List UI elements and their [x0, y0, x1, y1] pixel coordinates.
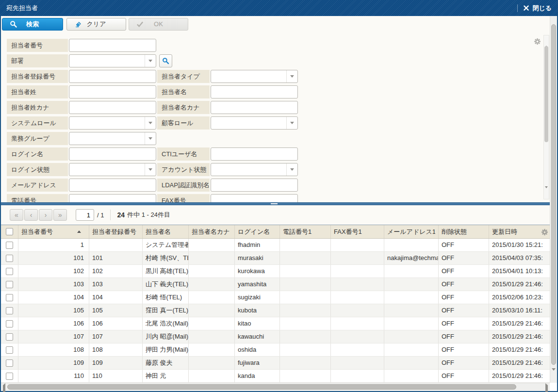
field-label: 業務グループ — [7, 132, 68, 145]
cell-updated: 2015/03/10 16:11: — [489, 304, 550, 317]
form-input[interactable] — [69, 70, 156, 83]
column-header[interactable]: メールアドレス1 — [384, 225, 439, 238]
table-header: 担当者番号担当者登録番号担当者名担当者名カナログイン名電話番号1FAX番号1メー… — [1, 225, 550, 239]
cell-fax — [331, 357, 384, 369]
form-input[interactable] — [211, 85, 298, 98]
cell-login: kawauchi — [235, 330, 280, 343]
form-select[interactable] — [69, 132, 156, 145]
column-header[interactable]: ログイン名 — [235, 225, 280, 238]
form-select[interactable] — [69, 163, 156, 176]
row-checkbox[interactable] — [6, 333, 13, 341]
cell-mail — [384, 357, 439, 369]
ok-button-label: OK — [154, 20, 163, 28]
scroll-left-icon[interactable] — [3, 385, 5, 392]
scroll-right-icon[interactable] — [545, 385, 548, 392]
table-row[interactable]: 110110神田 元kandaOFF2015/01/29 21:46: — [1, 370, 550, 383]
last-page-button[interactable]: » — [53, 209, 67, 221]
column-header[interactable]: 担当者名カナ — [189, 225, 235, 238]
column-header[interactable]: FAX番号1 — [331, 225, 384, 238]
horizontal-scrollbar[interactable] — [1, 383, 550, 391]
cell-del: OFF — [439, 317, 489, 330]
row-checkbox[interactable] — [6, 359, 13, 367]
form-select[interactable] — [69, 54, 156, 67]
column-header[interactable]: 担当者名 — [143, 225, 189, 238]
search-form-panel: 担当者番号部署担当者登録番号担当者タイプ担当者姓担当者名担当者姓カナ担当者名カナ… — [1, 32, 550, 202]
main-scrollbar[interactable] — [550, 16, 557, 383]
form-select[interactable] — [211, 116, 298, 130]
close-button[interactable]: 閉じる — [517, 4, 552, 13]
table-row[interactable]: 1システム管理者fhadminOFF2015/01/30 15:21: — [1, 239, 550, 252]
row-checkbox[interactable] — [6, 294, 13, 301]
main-scrollbar-thumb[interactable] — [551, 24, 556, 365]
cell-login: yamashita — [235, 278, 280, 291]
form-input[interactable] — [211, 147, 298, 161]
cell-mail — [384, 317, 439, 330]
table-row[interactable]: 104104杉崎 悟(TEL)sugizakiOFF2015/02/06 10:… — [1, 291, 550, 304]
column-header[interactable]: 削除状態 — [439, 225, 489, 238]
table-body: 1システム管理者fhadminOFF2015/01/30 15:21:10110… — [1, 239, 550, 383]
form-scrollbar-thumb[interactable] — [544, 46, 548, 142]
row-checkbox[interactable] — [6, 320, 13, 327]
form-settings-gear-icon[interactable] — [534, 38, 541, 47]
table-row[interactable]: 102102黒川 高雄(TEL)kurokawaOFF2015/04/01 10… — [1, 265, 550, 278]
form-input[interactable] — [69, 39, 156, 52]
field-label: LDAP認証識別名 — [157, 179, 210, 192]
form-select[interactable] — [69, 116, 156, 130]
form-input[interactable] — [69, 101, 156, 114]
table-row[interactable]: 108108押田 力男(Mail)oshidaOFF2015/01/29 21:… — [1, 343, 550, 357]
row-checkbox[interactable] — [6, 255, 13, 262]
field-label: CTIユーザ名 — [157, 147, 210, 161]
prev-page-button[interactable]: ‹ — [24, 209, 38, 221]
row-checkbox[interactable] — [6, 268, 13, 275]
cell-fax — [331, 317, 384, 330]
table-row[interactable]: 105105窪田 真一(TEL)kubotaOFF2015/03/10 16:1… — [1, 304, 550, 317]
form-row: 電話番号FAX番号 — [1, 194, 550, 202]
cell-del: OFF — [439, 330, 489, 343]
cell-name: 村崎 博(SV、TEL/M — [143, 252, 189, 264]
form-select[interactable] — [211, 70, 298, 83]
column-header[interactable]: 電話番号1 — [280, 225, 331, 238]
form-input[interactable] — [69, 194, 156, 202]
table-settings-gear-icon[interactable] — [541, 229, 548, 238]
magnifier-icon — [162, 57, 169, 65]
row-checkbox-cell — [1, 330, 18, 343]
form-scrollbar[interactable] — [543, 35, 549, 199]
form-input[interactable] — [211, 194, 298, 202]
form-input[interactable] — [69, 147, 156, 161]
form-input[interactable] — [211, 179, 298, 192]
ok-button[interactable]: OK — [129, 18, 188, 31]
row-checkbox[interactable] — [6, 242, 13, 249]
form-input[interactable] — [69, 179, 156, 192]
form-input[interactable] — [69, 85, 156, 98]
form-input[interactable] — [211, 101, 298, 114]
scroll-down-icon[interactable] — [545, 188, 548, 197]
first-page-button[interactable]: « — [10, 209, 23, 221]
row-checkbox[interactable] — [6, 281, 13, 288]
field-label: 部署 — [7, 54, 68, 67]
table-row[interactable]: 103103山下 義夫(TEL)yamashitaOFF2015/01/29 2… — [1, 278, 550, 291]
row-checkbox[interactable] — [6, 346, 13, 354]
splitter-handle[interactable] — [271, 203, 278, 204]
table-row[interactable]: 109109藤原 俊夫fujiwaraOFF2015/01/29 21:46: — [1, 357, 550, 370]
page-number-input[interactable] — [76, 209, 94, 221]
row-checkbox[interactable] — [6, 373, 13, 380]
clear-button[interactable]: クリア — [66, 18, 126, 31]
scroll-down-icon[interactable] — [552, 371, 556, 379]
select-all-checkbox[interactable] — [6, 228, 13, 235]
table-row[interactable]: 107107川内 昭彦(Mail)kawauchiOFF2015/01/29 2… — [1, 330, 550, 343]
column-header[interactable]: 担当者番号 — [18, 225, 89, 238]
form-select[interactable] — [211, 163, 298, 176]
scroll-up-icon[interactable] — [545, 37, 548, 46]
table-row[interactable]: 106106北尾 浩次(Mail)kitaoOFF2015/01/29 21:4… — [1, 317, 550, 330]
table-row[interactable]: 101101村崎 博(SV、TEL/Mmurasakinakajima@tech… — [1, 252, 550, 265]
cell-login: kitao — [235, 317, 280, 330]
horizontal-scrollbar-thumb[interactable] — [7, 384, 516, 390]
column-header[interactable]: 担当者登録番号 — [89, 225, 143, 238]
cell-del: OFF — [439, 291, 489, 304]
search-button[interactable]: 検索 — [2, 18, 63, 31]
next-page-button[interactable]: › — [39, 209, 52, 221]
row-checkbox[interactable] — [6, 307, 13, 314]
cell-mail — [384, 278, 439, 291]
column-header-label: ログイン名 — [238, 228, 277, 236]
department-search-button[interactable] — [159, 54, 172, 67]
